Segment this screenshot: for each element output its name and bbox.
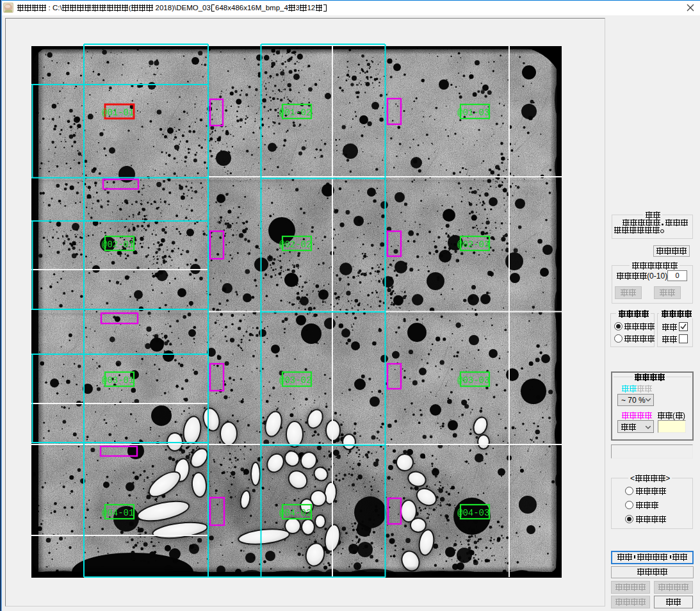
svg-text:@03-01: @03-01 — [102, 375, 134, 386]
svg-text:@03-03: @03-03 — [457, 375, 489, 386]
svg-text:@02-03: @02-03 — [457, 240, 489, 250]
svg-text:@01-01: @01-01 — [102, 108, 134, 118]
svg-text:@02-01: @02-01 — [102, 240, 134, 250]
svg-text:@02-02: @02-02 — [279, 240, 311, 250]
svg-text:@01-03: @01-03 — [457, 108, 489, 118]
svg-text:@04-02: @04-02 — [279, 508, 311, 518]
svg-text:@03-02: @03-02 — [279, 375, 311, 386]
svg-text:@04-01: @04-01 — [102, 508, 134, 518]
svg-text:@01-02: @01-02 — [279, 108, 311, 118]
svg-text:@04-03: @04-03 — [457, 508, 489, 518]
